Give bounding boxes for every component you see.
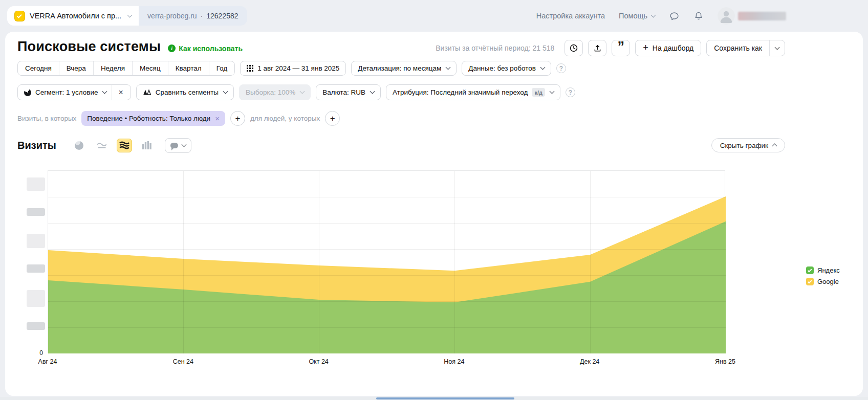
redacted-y-tick bbox=[27, 177, 45, 191]
counter-selector[interactable]: VERRA Автомобили с пр... verra-probeg.ru… bbox=[7, 6, 247, 26]
redacted-y-tick bbox=[27, 264, 45, 273]
chevron-down-icon bbox=[651, 12, 656, 17]
legend-label: Google bbox=[817, 278, 839, 285]
chart-type-pie-icon[interactable] bbox=[72, 139, 87, 152]
user-name-redacted bbox=[738, 12, 786, 20]
save-as-button[interactable]: Сохранить как bbox=[707, 40, 769, 56]
horizontal-scrollbar-thumb[interactable] bbox=[376, 397, 514, 399]
redacted-y-tick bbox=[27, 322, 45, 330]
legend-item-google[interactable]: Google bbox=[806, 278, 840, 285]
legend-item-yandex[interactable]: Яндекс bbox=[806, 266, 840, 274]
chart-type-columns-icon[interactable] bbox=[139, 139, 155, 152]
data-mode-dropdown[interactable]: Данные: без роботов bbox=[462, 61, 551, 76]
people-condition-label: для людей, у которых bbox=[250, 115, 320, 122]
chevron-down-icon bbox=[446, 65, 451, 70]
preset-month[interactable]: Месяц bbox=[132, 61, 168, 75]
add-visit-condition-button[interactable]: + bbox=[230, 111, 245, 126]
hide-chart-button[interactable]: Скрыть график bbox=[711, 138, 785, 152]
how-to-use-link[interactable]: i Как использовать bbox=[168, 45, 243, 53]
chart-type-stacked-area-icon[interactable] bbox=[117, 139, 132, 152]
preset-yesterday[interactable]: Вчера bbox=[59, 61, 93, 75]
visits-condition-label: Визиты, в которых bbox=[17, 115, 76, 122]
chevron-down-icon bbox=[223, 89, 228, 94]
chevron-down-icon bbox=[102, 89, 107, 94]
segment-clear-button[interactable]: × bbox=[117, 88, 124, 97]
topbar: VERRA Автомобили с пр... verra-probeg.ru… bbox=[0, 0, 868, 32]
user-avatar[interactable] bbox=[718, 7, 735, 25]
comment-bubble-icon bbox=[170, 143, 178, 148]
x-axis-label: Авг 24 bbox=[38, 358, 57, 365]
y-axis-zero-label: 0 bbox=[20, 349, 43, 357]
chevron-down-icon bbox=[300, 89, 305, 94]
horizontal-scrollbar-track bbox=[0, 397, 868, 400]
preset-today[interactable]: Сегодня bbox=[18, 61, 59, 75]
visits-period-summary: Визиты за отчётный период: 21 518 bbox=[436, 44, 554, 52]
x-axis-label: Окт 24 bbox=[309, 358, 328, 365]
compare-segments-dropdown[interactable]: Сравнить сегменты bbox=[136, 84, 234, 100]
divider bbox=[112, 85, 112, 100]
chart-type-switcher bbox=[72, 138, 191, 153]
counter-name: VERRA Автомобили с пр... bbox=[30, 12, 121, 20]
metrica-logo-icon bbox=[14, 11, 25, 21]
history-clock-button[interactable] bbox=[565, 40, 583, 56]
save-as-split-button: Сохранить как bbox=[706, 40, 785, 56]
x-axis-label: Сен 24 bbox=[173, 358, 193, 365]
detalization-dropdown[interactable]: Детализация: по месяцам bbox=[351, 61, 457, 76]
comments-quotes-button[interactable]: ” bbox=[612, 40, 630, 56]
chip-close-icon[interactable]: × bbox=[215, 114, 220, 123]
help-menu[interactable]: Помощь bbox=[619, 12, 655, 20]
compare-segments-icon bbox=[143, 89, 151, 96]
currency-dropdown[interactable]: Валюта: RUB bbox=[316, 84, 381, 100]
segment-pie-icon bbox=[24, 89, 31, 96]
plus-icon: + bbox=[643, 42, 648, 53]
x-axis-label: Янв 25 bbox=[715, 358, 735, 365]
visits-area-chart bbox=[48, 170, 725, 353]
chevron-down-icon bbox=[775, 45, 780, 50]
chevron-down-icon bbox=[181, 142, 186, 147]
export-button[interactable] bbox=[588, 40, 606, 56]
chevron-down-icon bbox=[549, 89, 554, 94]
help-question-icon[interactable]: ? bbox=[566, 87, 575, 97]
redacted-y-tick bbox=[27, 208, 45, 216]
preset-week[interactable]: Неделя bbox=[93, 61, 132, 75]
attribution-dropdown[interactable]: Атрибуция: Последний значимый переход к/… bbox=[386, 84, 560, 100]
annotations-dropdown[interactable] bbox=[165, 138, 191, 153]
x-axis-label: Ноя 24 bbox=[444, 358, 464, 365]
counter-meta[interactable]: verra-probeg.ru · 12622582 bbox=[139, 6, 247, 26]
segment-chip[interactable]: Поведение • Роботность: Только люди × bbox=[81, 111, 225, 126]
metric-title: Визиты bbox=[17, 140, 56, 151]
date-range-value: 1 авг 2024 — 31 янв 2025 bbox=[257, 64, 339, 72]
checkbox-checked-icon[interactable] bbox=[806, 266, 814, 274]
preset-year[interactable]: Год bbox=[209, 61, 235, 75]
page-title: Поисковые системы bbox=[17, 39, 161, 55]
add-to-dashboard-button[interactable]: + На дашборд bbox=[635, 40, 701, 56]
redacted-y-tick bbox=[27, 290, 45, 307]
chart-canvas bbox=[48, 171, 726, 353]
feedback-chat-icon[interactable] bbox=[669, 11, 680, 21]
x-axis: Авг 24Сен 24Окт 24Ноя 24Дек 24Янв 25 bbox=[48, 358, 725, 366]
quotes-icon: ” bbox=[618, 44, 625, 52]
chevron-down-icon bbox=[127, 12, 133, 17]
preset-quarter[interactable]: Квартал bbox=[168, 61, 209, 75]
sampling-dropdown[interactable]: Выборка: 100% bbox=[239, 84, 311, 100]
counter-domain: verra-probeg.ru bbox=[147, 12, 197, 20]
chevron-down-icon bbox=[540, 65, 545, 70]
checkbox-checked-icon[interactable] bbox=[806, 278, 814, 285]
help-question-icon[interactable]: ? bbox=[556, 63, 566, 73]
segment-dropdown[interactable]: Сегмент: 1 условие × bbox=[17, 84, 131, 100]
calendar-grid-icon bbox=[247, 65, 253, 72]
add-people-condition-button[interactable]: + bbox=[325, 111, 340, 126]
cross-device-badge: к/д bbox=[532, 88, 545, 97]
chevron-down-icon bbox=[370, 89, 375, 94]
x-axis-label: Дек 24 bbox=[580, 358, 599, 365]
chart-type-line-icon[interactable] bbox=[94, 139, 110, 152]
counter-dropdown[interactable]: VERRA Автомобили с пр... bbox=[7, 6, 139, 26]
notifications-bell-icon[interactable] bbox=[693, 11, 704, 21]
account-settings-link[interactable]: Настройка аккаунта bbox=[536, 12, 605, 20]
date-range-picker[interactable]: 1 авг 2024 — 31 янв 2025 bbox=[240, 61, 346, 76]
counter-id: 12622582 bbox=[206, 12, 238, 20]
save-as-dropdown[interactable] bbox=[769, 40, 785, 56]
info-icon: i bbox=[168, 45, 176, 52]
legend-label: Яндекс bbox=[817, 266, 840, 274]
dot-separator: · bbox=[201, 12, 203, 20]
